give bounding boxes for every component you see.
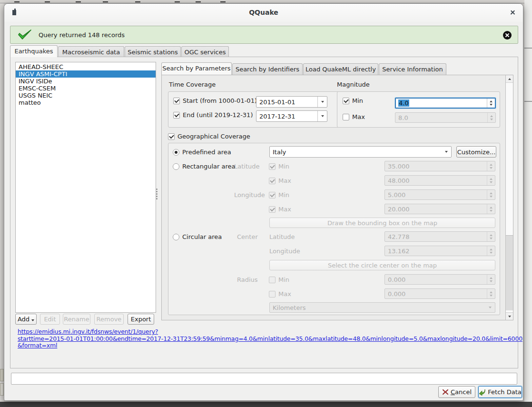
parameters-scroll-area: Time Coverage Start (from 1000-01-01) 20… (161, 75, 513, 320)
magnitude-min-checkbox[interactable] (343, 98, 349, 104)
export-button[interactable]: Export (128, 314, 154, 325)
background-panel-fragment (524, 0, 532, 407)
end-date-value: 2017-12-31 (259, 113, 317, 120)
earthquakes-tab-panel: AHEAD-SHEEC INGV ASMI-CPTI INGV ISIDe EM… (10, 57, 518, 368)
spin-buttons (487, 246, 495, 256)
cancel-button[interactable]: Cancel (438, 386, 475, 398)
predefined-area-label: Predefined area (182, 149, 231, 156)
add-button[interactable]: Add (15, 314, 37, 325)
lat-min-spinbox: 35.000 (384, 161, 495, 171)
progress-bar (11, 373, 517, 385)
radius-max-spinbox: 0.000 (384, 288, 495, 299)
list-item[interactable]: USGS NEIC (16, 92, 156, 99)
query-url-link[interactable]: https://emidius.mi.ingv.it/fdsnws/event/… (18, 328, 516, 349)
add-menu-arrow-icon (31, 319, 34, 321)
magnitude-min-label: Min (352, 97, 363, 104)
lon-max-label: Max (278, 206, 291, 213)
query-url-line[interactable]: starttime=2015-01-01T01:00:00&endtime=20… (18, 336, 516, 343)
add-label: Add (18, 316, 30, 323)
list-item[interactable]: INGV ISIDe (16, 78, 156, 85)
fetch-data-button[interactable]: Fetch Data (478, 386, 522, 398)
select-circle-center-label: Select the circle center on the map (328, 262, 437, 269)
tab-load-quakeml[interactable]: Load QuakeML directly (303, 63, 378, 75)
geographical-coverage-checkbox[interactable] (168, 133, 175, 140)
tab-label: OGC services (185, 49, 226, 56)
radius-min-value: 0.000 (388, 276, 487, 283)
lon-max-checkbox (269, 206, 276, 213)
splitter-handle[interactable] (156, 189, 158, 190)
spin-buttons[interactable] (487, 99, 495, 108)
center-latitude-spinbox: 42.778 (384, 231, 495, 242)
center-latitude-label: Latitude (269, 233, 295, 240)
list-item[interactable]: matteo (16, 99, 156, 106)
rectangular-area-radio[interactable] (173, 163, 179, 170)
tab-ogc-services[interactable]: OGC services (181, 46, 229, 57)
radius-min-checkbox (269, 277, 276, 283)
radius-max-checkbox (269, 291, 276, 298)
title-bar[interactable]: QQuake (4, 4, 523, 22)
list-item[interactable]: EMSC-CSEM (16, 85, 156, 92)
radius-units-value: Kilometers (273, 304, 485, 311)
spin-buttons (487, 289, 495, 298)
draw-bounding-box-label: Draw the bounding box on the map (327, 219, 437, 227)
list-item[interactable]: AHEAD-SHEEC (16, 63, 156, 70)
lon-min-value: 5.000 (388, 191, 487, 199)
service-list[interactable]: AHEAD-SHEEC INGV ASMI-CPTI INGV ISIDe EM… (15, 62, 156, 313)
tab-label: Search by Identifiers (236, 66, 299, 73)
tab-search-by-parameters[interactable]: Search by Parameters (161, 62, 232, 75)
time-coverage-title: Time Coverage (169, 81, 216, 88)
cancel-x-icon (442, 389, 449, 395)
magnitude-max-checkbox[interactable] (343, 114, 349, 120)
spin-buttons (487, 190, 495, 199)
scrollbar-thumb[interactable] (506, 235, 513, 310)
center-label: Center (237, 233, 258, 240)
background-toolbar-fragment (0, 3, 4, 402)
magnitude-min-value: 4.0 (398, 99, 409, 107)
background-statusbar-fragment (0, 402, 532, 407)
start-date-combo[interactable]: 2015-01-01 (256, 96, 327, 108)
end-date-label: End (until 2019-12-31) (183, 111, 253, 119)
start-date-value: 2015-01-01 (259, 99, 317, 106)
magnitude-title: Magnitude (337, 81, 370, 88)
vertical-scrollbar[interactable] (505, 75, 513, 320)
scroll-up-icon[interactable] (506, 75, 513, 83)
tab-service-information[interactable]: Service Information (379, 63, 446, 75)
edit-label: Edit (44, 316, 56, 323)
lon-min-checkbox (269, 192, 276, 199)
predefined-area-combo[interactable]: Italy (269, 146, 452, 158)
success-check-icon (18, 29, 32, 40)
spin-buttons (487, 275, 495, 284)
customize-button[interactable]: Customize... (456, 146, 496, 158)
dropdown-arrow-icon[interactable] (442, 147, 451, 157)
start-date-checkbox[interactable] (173, 98, 180, 104)
dropdown-arrow-icon[interactable] (317, 111, 327, 121)
magnitude-min-spinbox[interactable]: 4.0 (395, 98, 496, 109)
predefined-area-radio[interactable] (173, 149, 179, 156)
radius-label: Radius (237, 276, 258, 283)
tab-macroseismic-data[interactable]: Macroseismic data (58, 46, 124, 57)
query-url-line[interactable]: &format=xml (18, 342, 516, 349)
magnitude-max-spinbox: 8.0 (395, 112, 496, 123)
lat-max-spinbox: 48.000 (384, 175, 495, 186)
dropdown-arrow-icon[interactable] (317, 97, 327, 107)
window-close-icon[interactable] (510, 9, 516, 16)
tab-earthquakes[interactable]: Earthquakes (10, 45, 58, 57)
scroll-down-icon[interactable] (506, 312, 513, 320)
rename-label: Rename (64, 316, 89, 323)
tab-search-by-identifiers[interactable]: Search by Identifiers (232, 63, 303, 75)
draw-bounding-box-button: Draw the bounding box on the map (269, 218, 495, 228)
magnitude-max-value: 8.0 (398, 114, 487, 121)
center-longitude-spinbox: 13.162 (384, 246, 495, 256)
tab-seismic-stations[interactable]: Seismic stations (125, 46, 181, 57)
tab-label: Search by Parameters (162, 65, 230, 72)
circular-area-radio[interactable] (173, 234, 179, 240)
message-close-icon[interactable] (503, 31, 512, 40)
end-date-checkbox[interactable] (173, 112, 180, 119)
query-url-line[interactable]: https://emidius.mi.ingv.it/fdsnws/event/… (18, 328, 516, 336)
lat-max-value: 48.000 (388, 177, 487, 184)
end-date-combo[interactable]: 2017-12-31 (256, 110, 327, 122)
lat-min-checkbox (269, 163, 276, 170)
magnitude-max-label: Max (352, 113, 365, 120)
list-item-selected[interactable]: INGV ASMI-CPTI (16, 70, 156, 78)
tab-label: Macroseismic data (62, 49, 120, 56)
